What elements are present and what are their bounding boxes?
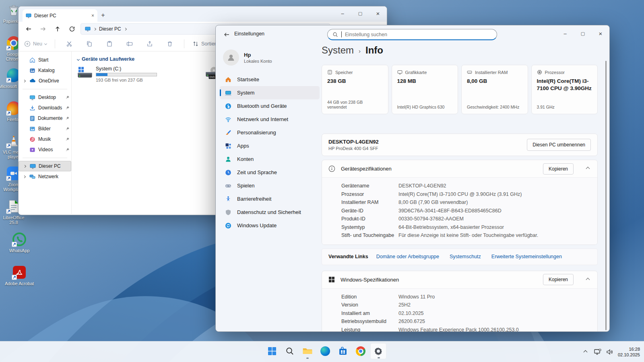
drive-usage-fill (96, 73, 107, 76)
nav-item-spielen[interactable]: Spielen (220, 179, 320, 192)
taskbar-chrome-button[interactable] (353, 343, 369, 359)
nav-item-barrierefreiheit[interactable]: Barrierefreiheit (220, 192, 320, 206)
nav-item-datenschutz[interactable]: Datenschutz und Sicherheit (220, 206, 320, 219)
nav-item-startseite[interactable]: Startseite (220, 73, 320, 86)
settings-scrollbar[interactable] (605, 61, 607, 330)
nav-label: Datenschutz und Sicherheit (237, 209, 301, 215)
nav-item-personalisierung[interactable]: Personalisierung (220, 126, 320, 139)
start-button[interactable] (264, 343, 280, 359)
taskbar-explorer-button[interactable] (299, 343, 316, 359)
paste-icon[interactable] (103, 38, 116, 49)
desktop-icon-whatsapp[interactable]: WhatsApp (4, 232, 35, 253)
device-specs-body: GerätenameDESKTOP-L4GEN92 ProzessorIntel… (322, 177, 597, 245)
copy-icon[interactable] (83, 38, 95, 49)
info-icon (328, 165, 335, 172)
nav-item-zeit-sprache[interactable]: Zeit und Sprache (220, 166, 320, 179)
close-icon[interactable]: × (369, 6, 387, 20)
maximize-icon[interactable]: ▢ (574, 26, 592, 41)
sidebar-item-downloads[interactable]: Downloads (19, 103, 71, 113)
chevron-right-icon[interactable] (23, 175, 25, 178)
card-label: Installierter RAM (475, 70, 508, 75)
downloads-icon (29, 105, 35, 111)
network-icon[interactable] (594, 349, 602, 355)
copy-windows-specs-button[interactable]: Kopieren (543, 274, 574, 285)
nav-item-system[interactable]: System (220, 86, 320, 99)
nav-item-konten[interactable]: Konten (220, 152, 320, 166)
nav-item-windows-update[interactable]: Windows Update (220, 219, 320, 232)
chevron-up-icon[interactable] (586, 278, 590, 282)
nav-item-netzwerk[interactable]: Netzwerk und Internet (220, 113, 320, 126)
minimize-icon[interactable]: – (556, 26, 574, 41)
sidebar-item-bilder[interactable]: Bilder (19, 123, 71, 134)
sidebar-item-onedrive[interactable]: OneDrive (19, 76, 71, 86)
tray-chevron-up-icon[interactable] (582, 351, 590, 354)
edge-icon (320, 346, 330, 356)
link-advanced-system-settings[interactable]: Erweiterte Systemeinstellungen (491, 254, 562, 259)
search-icon (332, 32, 338, 37)
wifi-icon (225, 116, 232, 123)
network-icon (29, 174, 35, 180)
taskbar-search-button[interactable] (282, 343, 298, 359)
shortcut-arrow-icon (6, 45, 11, 51)
volume-icon[interactable] (606, 349, 614, 355)
spec-label: Geräte-ID (341, 208, 398, 214)
music-icon (29, 136, 35, 142)
new-button[interactable]: Neu (24, 41, 47, 47)
nav-label: Apps (237, 143, 249, 149)
nav-label: Bluetooth und Geräte (237, 103, 287, 109)
chevron-up-icon[interactable] (586, 167, 590, 171)
back-icon[interactable] (221, 29, 233, 40)
device-specs-header[interactable]: Gerätespezifikationen Kopieren (322, 160, 597, 177)
breadcrumb-system[interactable]: System (322, 45, 354, 56)
rename-icon[interactable] (124, 38, 136, 49)
chevron-right-icon[interactable] (23, 165, 26, 167)
delete-icon[interactable] (164, 38, 176, 49)
settings-search-box[interactable] (327, 29, 497, 40)
taskbar-store-button[interactable] (335, 343, 351, 359)
sidebar-item-desktop[interactable]: Desktop (19, 92, 71, 103)
nav-item-apps[interactable]: Apps (220, 139, 320, 152)
drive-c-item[interactable]: System (C:) 193 GB frei von 237 GB (77, 66, 157, 82)
up-icon[interactable] (52, 23, 64, 35)
link-domain-workgroup[interactable]: Domäne oder Arbeitsgruppe (376, 254, 439, 259)
this-pc-icon (30, 163, 36, 169)
sidebar-item-musik[interactable]: Musik (19, 134, 71, 144)
sidebar-item-netzwerk[interactable]: Netzwerk (19, 171, 71, 182)
desktop-icon-acrobat[interactable]: Adobe Acrobat (4, 265, 35, 286)
store-icon (338, 346, 348, 356)
nav-label: Barrierefreiheit (237, 196, 271, 202)
rename-pc-button[interactable]: Diesen PC umbenennen (527, 139, 591, 151)
windows-specs-header[interactable]: Windows-Spezifikationen Kopieren (322, 271, 597, 288)
share-icon[interactable] (144, 38, 156, 49)
refresh-icon[interactable] (66, 23, 78, 35)
forward-icon[interactable] (37, 23, 49, 35)
spec-label: Version (341, 302, 398, 308)
copy-device-specs-button[interactable]: Kopieren (543, 163, 574, 175)
shortcut-arrow-icon (6, 176, 11, 181)
taskbar-edge-button[interactable] (317, 343, 333, 359)
breadcrumb-this-pc[interactable]: Dieser PC (99, 26, 121, 32)
sidebar-item-videos[interactable]: Videos (19, 144, 71, 155)
taskbar-settings-button[interactable] (370, 343, 386, 359)
sidebar-label: Downloads (38, 105, 62, 111)
settings-window-controls: – ▢ × (556, 26, 609, 41)
explorer-tab[interactable]: Dieser PC × (23, 9, 97, 22)
sidebar-item-start[interactable]: Start (19, 55, 71, 65)
link-system-protection[interactable]: Systemschutz (450, 254, 481, 259)
nav-item-bluetooth[interactable]: Bluetooth und Geräte (220, 99, 320, 113)
spec-label: Gerätename (341, 183, 398, 189)
cut-icon[interactable] (63, 38, 75, 49)
close-icon[interactable]: × (592, 26, 609, 41)
maximize-icon[interactable]: ▢ (351, 6, 369, 20)
sidebar-item-katalog[interactable]: Katalog (19, 65, 71, 76)
sidebar-item-this-pc[interactable]: Dieser PC (19, 161, 71, 171)
sidebar-item-dokumente[interactable]: Dokumente (19, 113, 71, 123)
new-tab-button[interactable]: + (97, 10, 109, 21)
minimize-icon[interactable]: – (334, 6, 351, 20)
chevron-right-icon[interactable] (23, 79, 25, 82)
back-icon[interactable] (23, 23, 35, 35)
tab-close-icon[interactable]: × (91, 13, 94, 19)
user-profile[interactable]: Hp Lokales Konto (219, 46, 320, 73)
taskbar-clock[interactable]: 16:28 02.10.2025 (618, 346, 640, 358)
settings-search-input[interactable] (345, 32, 492, 37)
